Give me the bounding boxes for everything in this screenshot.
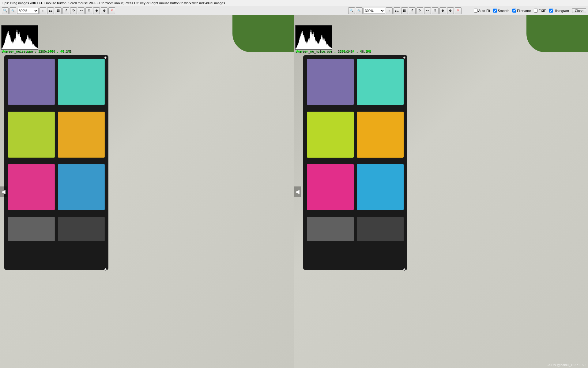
right-panel: 0 64 128 192 255 sharpen_no_noise.ppm , …	[294, 15, 588, 368]
right-swatch-pink	[307, 164, 354, 210]
filename-checkbox[interactable]	[512, 9, 516, 13]
close-button[interactable]: Close	[572, 8, 586, 13]
left-file-info: sharpen_noise.ppm , 3280x2464 , 46.2MB	[1, 50, 71, 53]
right-1to1-btn[interactable]: 1:1	[394, 7, 400, 14]
exif-checkbox[interactable]	[534, 9, 538, 13]
left-flip-v-btn[interactable]: ⇕	[85, 7, 92, 14]
smooth-checkbox[interactable]	[493, 9, 497, 13]
right-flip-h-btn[interactable]: ⇔	[424, 7, 431, 14]
left-zoom-minus-btn[interactable]: ⊖	[101, 7, 107, 14]
left-rot-right-btn[interactable]: ↻	[70, 7, 77, 14]
right-histogram-canvas	[296, 25, 332, 49]
right-panel-nav-prev[interactable]: ◀	[294, 186, 301, 197]
panels-container: 0 64 128 192 255 sharpen_noise.ppm , 328…	[0, 15, 588, 368]
auto-fit-checkbox-group[interactable]: Auto-Fit	[474, 9, 490, 13]
histogram-checkbox-group[interactable]: Histogram	[549, 9, 569, 13]
left-close-btn[interactable]: ✕	[108, 7, 115, 14]
left-panel-nav-prev[interactable]: ◀	[0, 186, 7, 197]
histogram-checkbox[interactable]	[549, 9, 553, 13]
right-zoom-plus-btn[interactable]: ⊕	[439, 7, 446, 14]
right-foliage	[526, 15, 588, 52]
auto-fit-checkbox[interactable]	[474, 9, 478, 13]
filename-label: Filename	[517, 9, 531, 13]
right-histogram: 0 64 128 192 255	[295, 25, 332, 50]
right-plus-marker-bottom: +	[403, 267, 405, 272]
exif-checkbox-group[interactable]: EXIF	[534, 9, 546, 13]
left-1to1-btn[interactable]: 1:1	[47, 7, 54, 14]
left-panel-toolbar: 🔍 🔍 300%100%200%400%Fit ↕ 1:1 ⊡ ↺ ↻ ⇔ ⇕ …	[2, 7, 115, 14]
left-zoom-select[interactable]: 300%100%200%400%Fit	[17, 8, 39, 14]
right-zoom-minus-btn[interactable]: ⊖	[447, 7, 454, 14]
smooth-label: Smooth	[498, 9, 509, 13]
right-color-grid	[303, 55, 407, 270]
right-swatch-yellow-green	[307, 112, 354, 158]
left-histogram: 0 64 128 192 255	[1, 25, 38, 50]
left-panel: 0 64 128 192 255 sharpen_noise.ppm , 328…	[0, 15, 294, 368]
right-fit-btn[interactable]: ↕	[386, 7, 393, 14]
right-plus-marker-top: +	[403, 55, 405, 60]
right-swatch-blue	[357, 164, 404, 210]
right-flip-v-btn[interactable]: ⇕	[432, 7, 439, 14]
left-plus-marker-bottom: +	[104, 267, 107, 272]
right-panel-toolbar: 🔍 🔍 300%100%200%400%Fit ↕ 1:1 ⊡ ↺ ↻ ⇔ ⇕ …	[348, 7, 462, 14]
left-flip-h-btn[interactable]: ⇔	[78, 7, 85, 14]
left-swatch-blue	[58, 164, 105, 210]
left-zoom-plus-btn[interactable]: ⊕	[93, 7, 100, 14]
left-swatch-darker-gray	[58, 217, 105, 241]
tips-text: Tips: Drag images with LEFT mouse button…	[2, 1, 226, 5]
auto-fit-label: Auto-Fit	[478, 9, 490, 13]
right-swatch-purple	[307, 59, 354, 105]
right-rot-left-btn[interactable]: ↺	[409, 7, 416, 14]
left-swatch-amber	[58, 112, 105, 158]
left-color-checker	[4, 55, 108, 270]
right-swatch-dark-gray	[307, 217, 354, 241]
right-swatch-amber	[357, 112, 404, 158]
left-zoom-out-btn[interactable]: 🔍	[2, 7, 9, 14]
left-swatch-pink	[8, 164, 55, 210]
left-swatch-teal	[58, 59, 105, 105]
right-rot-right-btn[interactable]: ↻	[417, 7, 423, 14]
right-swatch-darker-gray	[357, 217, 404, 241]
right-swatch-teal	[357, 59, 404, 105]
exif-label: EXIF	[538, 9, 546, 13]
left-color-grid	[4, 55, 108, 270]
left-swatch-dark-gray	[8, 217, 55, 241]
right-crop-btn[interactable]: ⊡	[401, 7, 408, 14]
smooth-checkbox-group[interactable]: Smooth	[493, 9, 509, 13]
right-file-info: sharpen_no_noise.ppm , 3280x2464 , 46.2M…	[295, 50, 371, 53]
left-swatch-yellow-green	[8, 112, 55, 158]
tips-bar: Tips: Drag images with LEFT mouse button…	[0, 0, 588, 6]
right-zoom-select[interactable]: 300%100%200%400%Fit	[364, 8, 385, 14]
right-color-checker	[303, 55, 407, 270]
left-zoom-in-btn[interactable]: 🔍	[9, 7, 16, 14]
histogram-label: Histogram	[554, 9, 569, 13]
global-controls-bar: 🔍 🔍 300%100%200%400%Fit ↕ 1:1 ⊡ ↺ ↻ ⇔ ⇕ …	[0, 6, 588, 15]
left-rot-left-btn[interactable]: ↺	[62, 7, 69, 14]
left-fit-btn[interactable]: ↕	[40, 7, 46, 14]
right-zoom-in-btn[interactable]: 🔍	[356, 7, 363, 14]
left-histogram-canvas	[2, 25, 38, 49]
left-swatch-purple	[8, 59, 55, 105]
right-zoom-out-btn[interactable]: 🔍	[348, 7, 355, 14]
left-crop-btn[interactable]: ⊡	[55, 7, 62, 14]
filename-checkbox-group[interactable]: Filename	[512, 9, 531, 13]
left-foliage	[232, 15, 294, 52]
right-close-btn[interactable]: ✕	[455, 7, 462, 14]
left-plus-marker-top: +	[104, 55, 107, 60]
